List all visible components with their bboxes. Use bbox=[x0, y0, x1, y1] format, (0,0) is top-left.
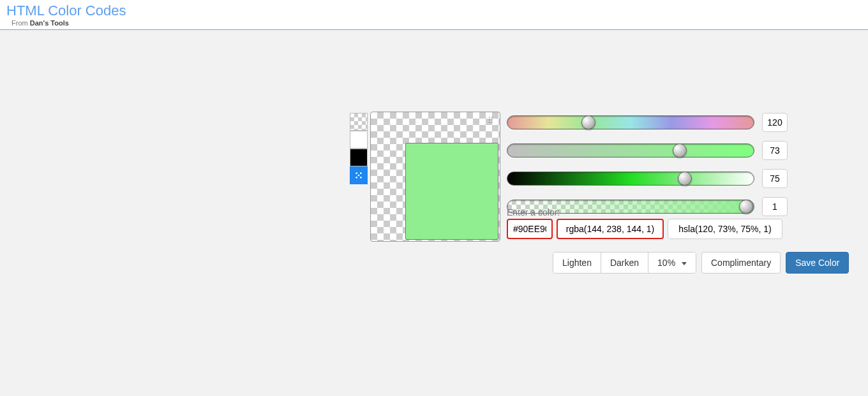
swatch-transparent[interactable] bbox=[350, 113, 368, 131]
dice-icon bbox=[354, 170, 364, 180]
svg-point-1 bbox=[360, 172, 362, 174]
page-title: HTML Color Codes bbox=[6, 3, 862, 19]
color-picker-stage: Enter a color: Lighten Darken 10% Compli… bbox=[0, 30, 868, 81]
swatch-column bbox=[350, 113, 368, 184]
svg-point-2 bbox=[358, 175, 360, 177]
rgba-input[interactable] bbox=[557, 219, 664, 239]
swatch-white[interactable] bbox=[350, 131, 368, 149]
color-preview-panel[interactable] bbox=[370, 112, 500, 242]
hue-slider-row bbox=[507, 113, 788, 132]
lightness-slider-row bbox=[507, 169, 788, 188]
adjust-button-group: Lighten Darken 10% bbox=[553, 252, 696, 274]
lightness-knob[interactable] bbox=[678, 172, 692, 186]
hsla-input[interactable] bbox=[668, 219, 782, 239]
hue-track[interactable] bbox=[507, 115, 754, 129]
save-color-button[interactable]: Save Color bbox=[786, 252, 849, 274]
saturation-track[interactable] bbox=[507, 143, 754, 158]
complimentary-button[interactable]: Complimentary bbox=[701, 252, 781, 274]
svg-point-4 bbox=[360, 177, 362, 179]
lightness-track[interactable] bbox=[507, 172, 754, 186]
brand-name: Dan's Tools bbox=[30, 19, 69, 27]
lightness-value-input[interactable] bbox=[762, 169, 788, 188]
saturation-knob[interactable] bbox=[673, 143, 687, 158]
alpha-value-input[interactable] bbox=[762, 197, 788, 216]
color-input-row bbox=[507, 219, 782, 239]
percent-label: 10% bbox=[657, 258, 678, 268]
color-preview-swatch bbox=[405, 143, 498, 240]
darken-button[interactable]: Darken bbox=[601, 253, 648, 273]
svg-point-0 bbox=[355, 172, 357, 174]
caret-down-icon bbox=[682, 262, 687, 265]
lighten-button[interactable]: Lighten bbox=[553, 253, 601, 273]
action-button-row: Lighten Darken 10% Complimentary Save Co… bbox=[553, 252, 849, 274]
swatch-random-dice[interactable] bbox=[350, 166, 368, 184]
alpha-knob[interactable] bbox=[739, 200, 753, 214]
drag-handle-icon[interactable] bbox=[488, 116, 495, 125]
hue-value-input[interactable] bbox=[762, 113, 788, 132]
enter-color-label: Enter a color: bbox=[507, 207, 560, 217]
saturation-value-input[interactable] bbox=[762, 141, 788, 160]
page-subtitle: From Dan's Tools bbox=[11, 19, 862, 27]
hex-input[interactable] bbox=[507, 219, 553, 239]
percent-dropdown[interactable]: 10% bbox=[648, 253, 696, 273]
page-header: HTML Color Codes From Dan's Tools bbox=[0, 0, 868, 30]
svg-point-3 bbox=[355, 177, 357, 179]
saturation-slider-row bbox=[507, 141, 788, 160]
hue-knob[interactable] bbox=[581, 115, 595, 129]
swatch-black[interactable] bbox=[350, 149, 368, 166]
from-prefix: From bbox=[11, 19, 30, 27]
